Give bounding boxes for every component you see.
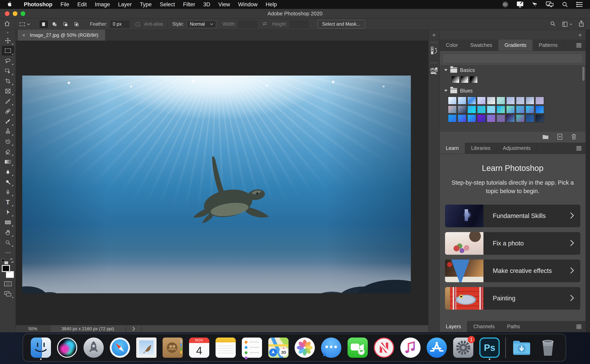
clone-stamp-tool[interactable]: [2, 126, 14, 136]
gradient-group-blues[interactable]: Blues: [440, 86, 586, 96]
dock-finder[interactable]: [30, 336, 52, 360]
add-to-selection-button[interactable]: [50, 20, 59, 28]
gradient-swatch[interactable]: [477, 97, 486, 105]
gradient-swatch[interactable]: [506, 105, 515, 114]
menu-image[interactable]: Image: [91, 1, 114, 8]
select-and-mask-button[interactable]: Select and Mask...: [318, 20, 365, 28]
gradient-tool[interactable]: [2, 157, 14, 167]
feather-input[interactable]: 0 px: [110, 21, 130, 28]
apple-menu-icon[interactable]: [7, 1, 12, 7]
tab-channels[interactable]: Channels: [467, 321, 501, 332]
canvas-area[interactable]: 50% 3840 px x 2160 px (72 ppi): [16, 41, 428, 332]
toolbar-collapse-icon[interactable]: »: [7, 30, 9, 36]
path-selection-tool[interactable]: [2, 207, 14, 217]
menu-3d[interactable]: 3D: [199, 1, 214, 8]
workspace-switcher-icon[interactable]: [562, 21, 572, 27]
anti-alias-checkbox[interactable]: [136, 22, 140, 26]
zoom-level-field[interactable]: 50%: [16, 325, 50, 332]
gradient-swatch[interactable]: [487, 105, 496, 114]
search-icon[interactable]: [550, 21, 556, 28]
learn-card-fundamental-skills[interactable]: Fundamental Skills: [445, 205, 580, 227]
dock-launchpad[interactable]: [83, 336, 104, 360]
dock-safari[interactable]: [109, 336, 131, 360]
dock-facetime[interactable]: [347, 336, 368, 360]
gradient-swatch[interactable]: [516, 114, 525, 122]
spot-healing-brush-tool[interactable]: [2, 106, 14, 116]
height-input[interactable]: [290, 21, 308, 28]
dock-reminders[interactable]: [241, 336, 263, 360]
gradient-swatch[interactable]: [470, 76, 478, 83]
gradient-swatch[interactable]: [457, 97, 466, 105]
dodge-tool[interactable]: [2, 177, 14, 187]
gradient-swatch[interactable]: [477, 114, 486, 122]
gradient-swatch[interactable]: [467, 105, 476, 114]
tool-preset-marquee-icon[interactable]: [20, 22, 30, 26]
tab-paths[interactable]: Paths: [501, 321, 526, 332]
dock-calendar[interactable]: NOV 4: [188, 336, 210, 360]
gradient-swatch[interactable]: [496, 105, 505, 114]
gradient-swatch[interactable]: [451, 76, 460, 83]
dock-messages[interactable]: [320, 336, 342, 360]
dock-news[interactable]: [373, 336, 395, 360]
panel-menu-icon[interactable]: [576, 321, 586, 332]
history-brush-tool[interactable]: [2, 136, 14, 147]
new-gradient-icon[interactable]: [557, 134, 563, 141]
menu-type[interactable]: Type: [136, 1, 156, 8]
dock-photos[interactable]: [294, 336, 315, 360]
gradient-swatch[interactable]: [525, 97, 534, 105]
gradient-swatch[interactable]: [487, 114, 496, 122]
scrollbar-thumb[interactable]: [582, 67, 584, 81]
sidecar-display-icon[interactable]: [517, 1, 524, 8]
canvas-image[interactable]: [22, 76, 411, 293]
gradient-swatch[interactable]: [525, 114, 534, 122]
tab-layers[interactable]: Layers: [440, 321, 467, 332]
dual-displays-icon[interactable]: [546, 1, 554, 8]
swap-colors-icon[interactable]: [9, 258, 14, 264]
gradient-swatch[interactable]: [448, 97, 457, 105]
dock-appstore[interactable]: [426, 336, 447, 360]
dock-music[interactable]: [400, 336, 421, 360]
tab-libraries[interactable]: Libraries: [465, 143, 497, 154]
rectangular-marquee-tool[interactable]: [2, 46, 14, 56]
gradient-swatch[interactable]: [535, 105, 544, 114]
gradient-swatch[interactable]: [487, 97, 496, 105]
status-options-chevron[interactable]: [126, 325, 142, 332]
learn-card-make-creative-effects[interactable]: Make creative effects: [445, 260, 580, 282]
learn-card-painting[interactable]: Painting: [445, 287, 580, 310]
panel-menu-icon[interactable]: [576, 143, 586, 154]
screen-mode-button[interactable]: [2, 289, 14, 299]
pen-tool[interactable]: [2, 187, 14, 197]
delete-trash-icon[interactable]: [571, 134, 577, 141]
document-tab[interactable]: × Image_27.jpg @ 50% (RGB/8#): [18, 30, 105, 41]
brush-tool[interactable]: [2, 116, 14, 126]
dock-trash[interactable]: [537, 336, 559, 360]
crop-tool[interactable]: [2, 76, 14, 86]
object-selection-tool[interactable]: [2, 66, 14, 76]
new-group-folder-icon[interactable]: [542, 134, 549, 140]
dock-contacts[interactable]: [162, 336, 183, 360]
tab-learn[interactable]: Learn: [440, 143, 465, 154]
menu-layer[interactable]: Layer: [114, 1, 136, 8]
gradient-swatch[interactable]: [448, 105, 457, 114]
rectangle-shape-tool[interactable]: [2, 217, 14, 228]
expand-panels-icon[interactable]: «: [433, 30, 436, 39]
edit-toolbar-ellipsis-icon[interactable]: [2, 248, 14, 258]
dock-mail[interactable]: [136, 336, 157, 360]
move-tool[interactable]: [2, 36, 14, 46]
gradient-swatch[interactable]: [516, 105, 525, 114]
menu-select[interactable]: Select: [156, 1, 179, 8]
home-icon[interactable]: [4, 20, 11, 28]
quick-mask-button[interactable]: [2, 279, 14, 289]
tab-patterns[interactable]: Patterns: [533, 39, 564, 51]
dock-photoshop[interactable]: Ps: [479, 336, 500, 360]
lasso-tool[interactable]: [2, 56, 14, 66]
collapse-panels-icon[interactable]: »: [579, 32, 582, 38]
gradient-swatch[interactable]: [506, 114, 515, 122]
gradient-swatch[interactable]: [457, 114, 466, 122]
blur-tool[interactable]: [2, 167, 14, 177]
gradient-swatch[interactable]: [496, 97, 505, 105]
creative-cloud-icon[interactable]: [502, 1, 509, 8]
close-tab-icon[interactable]: ×: [22, 32, 25, 38]
history-panel-icon-cell[interactable]: [428, 39, 440, 60]
menu-filter[interactable]: Filter: [179, 1, 199, 8]
